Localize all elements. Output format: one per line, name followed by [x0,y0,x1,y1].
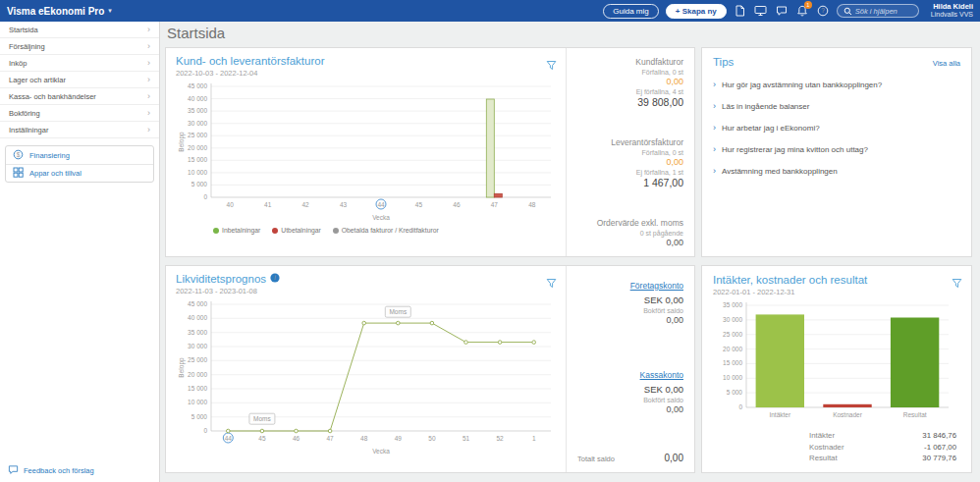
saldo-label: Bokfört saldo [577,307,683,314]
svg-text:45: 45 [258,435,266,442]
invoices-date-range: 2022-10-03 - 2022-12-04 [176,69,566,78]
sidebar-item-label: Lager och artiklar [9,76,66,84]
sidebar-item-forsaljning[interactable]: Försäljning› [0,38,159,55]
liquidity-line-chart: 05 00010 00015 00020 00025 00030 00035 0… [176,297,566,460]
row-label: Förfallna, 0 st [577,149,683,156]
svg-text:20 000: 20 000 [188,144,207,151]
guide-me-button[interactable]: Guida mig [603,4,658,19]
invoices-chart-pane: Kund- och leverantörsfakturor 2022-10-03… [166,48,566,256]
svg-text:0: 0 [203,193,207,200]
app-switcher[interactable]: Visma eEkonomi Pro ▾ [7,6,112,17]
chevron-right-icon: › [147,59,150,68]
info-icon[interactable]: i [270,273,280,285]
chevron-right-icon: › [713,102,716,111]
tip-item[interactable]: ›Läs in ingående balanser [713,102,960,111]
sidebar-item-label: Startsida [9,26,38,34]
row-value: 1 467,00 [577,177,683,188]
svg-text:15 000: 15 000 [188,385,207,392]
legend-label: Utbetalningar [281,227,320,234]
document-icon[interactable] [734,4,747,18]
view-all-link[interactable]: Visa alla [933,59,960,68]
invoices-legend: Inbetalningar Utbetalningar Obetalda fak… [213,227,566,234]
tip-item[interactable]: ›Hur registrerar jag mina kvitton och ut… [713,145,960,154]
company-name: Lindvalls VVS [931,11,973,20]
money-icon: $ [13,149,24,162]
feedback-bubble-icon [8,464,19,477]
svg-text:46: 46 [453,201,461,208]
page-title: Startsida [167,25,225,41]
feedback-link[interactable]: Feedback och förslag [8,464,94,477]
invoices-summary: Kundfakturor Förfallna, 0 st 0,00 Ej för… [566,48,694,256]
user-name: Hilda Kideli [931,2,973,11]
sidebar-item-installningar[interactable]: Inställningar› [0,122,159,138]
help-search [837,4,919,18]
create-new-button[interactable]: + Skapa ny [666,4,727,19]
svg-text:42: 42 [301,201,309,208]
chat-icon[interactable] [775,4,789,18]
chevron-right-icon: › [147,76,150,84]
svg-text:45 000: 45 000 [188,300,207,307]
results-bar-chart: 05 00010 00015 00020 00025 00030 00035 0… [713,298,960,426]
invoices-card: Kund- och leverantörsfakturor 2022-10-03… [165,47,695,257]
tip-item[interactable]: ›Hur gör jag avstämning utan bankkopplin… [713,80,960,89]
liquidity-chart-pane: Likviditetsprognos i 2022-11-03 - 2023-0… [166,266,566,472]
svg-text:49: 49 [395,435,403,442]
tip-item[interactable]: ›Hur arbetar jag i eEkonomi? [713,124,960,133]
svg-text:Kostnader: Kostnader [833,411,862,418]
svg-text:35 000: 35 000 [723,301,742,308]
chevron-right-icon: › [147,126,150,134]
legend-item-utbetalningar[interactable]: Utbetalningar [272,227,320,234]
svg-text:35 000: 35 000 [188,107,207,114]
svg-text:10 000: 10 000 [723,374,742,381]
svg-text:40: 40 [227,201,235,208]
svg-text:1: 1 [532,435,536,442]
legend-item-obetalda[interactable]: Obetalda fakturor / Kreditfakturor [333,227,439,234]
liquidity-date-range: 2022-11-03 - 2023-01-08 [176,287,566,295]
sidebar-item-lager-och-artiklar[interactable]: Lager och artiklar› [0,72,159,88]
svg-text:Resultat: Resultat [903,411,927,418]
legend-item-inbetalningar[interactable]: Inbetalningar [213,227,260,234]
tips-card: Tips Visa alla ›Hur gör jag avstämning u… [701,47,972,257]
sidebar-item-startsida[interactable]: Startsida› [0,22,159,38]
user-menu[interactable]: Hilda Kideli Lindvalls VVS [926,2,973,20]
total-saldo-row: Totalt saldo 0,00 [577,453,683,463]
notification-badge: 1 [804,1,812,9]
sidebar-item-kassa-och-bankhandelser[interactable]: Kassa- och bankhändelser› [0,88,159,105]
svg-text:46: 46 [293,435,300,442]
results-card-title: Intäkter, kostnader och resultat [713,274,960,286]
sidebar-item-appar-och-tillval[interactable]: Appar och tillval [6,164,153,182]
help-icon[interactable]: ? [816,4,830,18]
filter-icon[interactable] [546,275,557,293]
sidebar-item-label: Försäljning [9,42,45,51]
svg-text:5 000: 5 000 [191,181,208,187]
svg-text:44: 44 [225,435,233,442]
results-summary: Intäkter31 846,76 Kostnader-1 067,00 Res… [809,430,956,464]
notifications-bell-icon[interactable]: 1 [795,4,809,18]
liquidity-card: Likviditetsprognos i 2022-11-03 - 2023-0… [165,265,695,473]
sidebar-promo-box: $ Finansiering Appar och tillval [5,145,154,183]
screen-share-icon[interactable] [754,4,768,18]
leverantorsfakturor-group: Leverantörsfakturor Förfallna, 0 st 0,00… [577,137,683,188]
filter-icon[interactable] [546,57,557,75]
summary-label: Kostnader [809,442,844,454]
results-card: Intäkter, kostnader och resultat 2022-01… [701,265,972,473]
tip-item[interactable]: ›Avstämning med bankkopplingen [713,167,960,176]
topbar-actions: Guida mig + Skapa ny 1 ? Hilda Kideli Li… [603,2,973,20]
svg-text:Belopp: Belopp [178,357,186,378]
sidebar-item-bokforing[interactable]: Bokföring› [0,105,159,122]
sidebar-item-label: Inställningar [9,126,48,134]
chevron-right-icon: › [147,92,150,101]
sidebar-item-finansiering[interactable]: $ Finansiering [6,146,153,164]
chevron-right-icon: › [147,109,150,118]
kundfakturor-group: Kundfakturor Förfallna, 0 st 0,00 Ej för… [577,57,683,108]
svg-text:20 000: 20 000 [723,346,742,352]
chevron-right-icon: › [147,42,150,51]
kassakonto-link[interactable]: Kassakonto [640,370,683,380]
row-value: 39 808,00 [577,96,683,108]
help-search-input[interactable] [855,7,912,16]
sidebar-item-inkop[interactable]: Inköp› [0,55,159,72]
svg-text:20 000: 20 000 [188,371,207,378]
filter-icon[interactable] [952,275,962,293]
foretagskonto-link[interactable]: Företagskonto [630,281,683,291]
summary-row: Intäkter31 846,76 [809,430,956,442]
